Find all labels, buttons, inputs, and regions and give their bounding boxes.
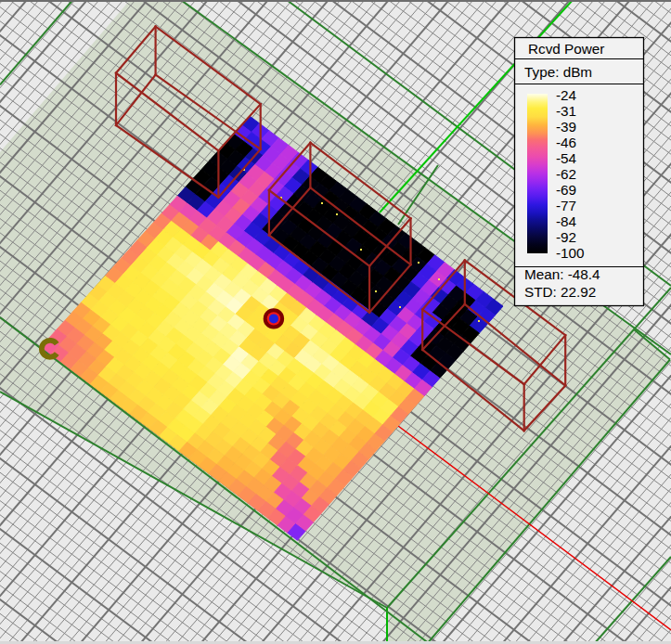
svg-text:Type: dBm: Type: dBm [524, 64, 592, 80]
svg-text:-54: -54 [556, 150, 577, 166]
svg-text:-77: -77 [556, 198, 576, 213]
svg-text:-31: -31 [556, 103, 576, 119]
svg-text:-39: -39 [556, 119, 576, 135]
svg-text:-69: -69 [556, 182, 576, 198]
svg-text:-46: -46 [556, 135, 576, 150]
svg-text:STD: 22.92: STD: 22.92 [524, 284, 596, 300]
svg-text:Rcvd Power: Rcvd Power [528, 41, 604, 57]
svg-text:-92: -92 [556, 229, 576, 245]
svg-text:-100: -100 [556, 245, 585, 261]
svg-text:-84: -84 [556, 213, 577, 229]
svg-text:-62: -62 [556, 166, 576, 182]
svg-text:-24: -24 [556, 87, 577, 103]
svg-text:Mean: -48.4: Mean: -48.4 [524, 266, 600, 282]
